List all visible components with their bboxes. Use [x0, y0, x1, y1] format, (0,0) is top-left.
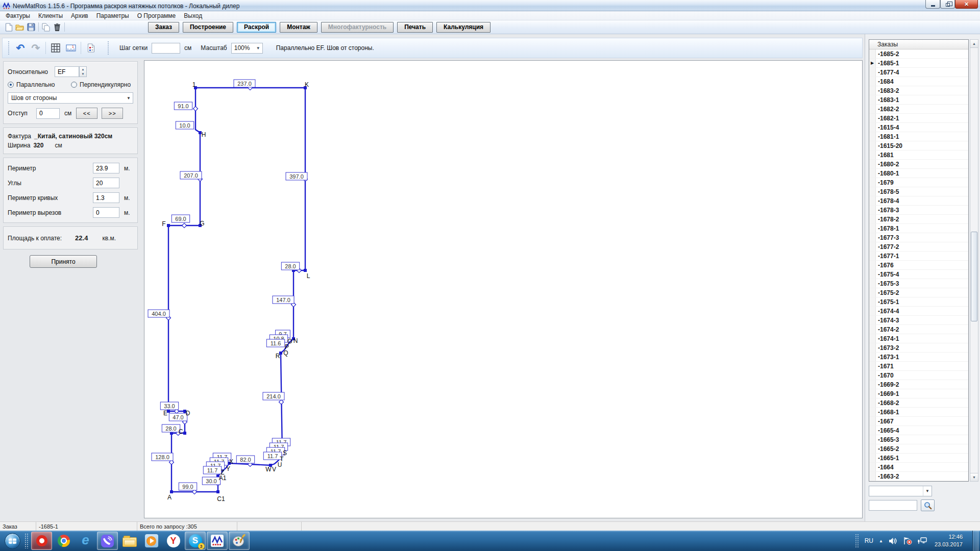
redo-button[interactable]: ↷ [28, 41, 43, 55]
order-row[interactable]: -1678-4 [869, 196, 968, 206]
nav-button-Калькуляция[interactable]: Калькуляция [436, 22, 491, 33]
relative-edge-input[interactable] [55, 66, 79, 77]
save-icon[interactable] [26, 21, 37, 33]
order-row[interactable]: -1677-3 [869, 233, 968, 242]
order-row[interactable]: -1683-1 [869, 95, 968, 105]
selected-row-marker[interactable]: ▶ [869, 59, 876, 67]
order-row[interactable]: -1684 [869, 77, 968, 86]
show-desktop-button[interactable] [972, 531, 979, 551]
order-row[interactable]: -1678-1 [869, 224, 968, 233]
order-search-input[interactable] [869, 500, 917, 511]
order-row[interactable]: -1668-1 [869, 408, 968, 417]
tray-expand-icon[interactable]: ▲ [879, 539, 883, 543]
nav-button-Многофактурность[interactable]: Многофактурность [321, 22, 394, 33]
nav-button-Раскрой[interactable]: Раскрой [237, 22, 276, 33]
scrollbar-thumb[interactable] [971, 232, 977, 321]
order-row[interactable]: -1668-2 [869, 398, 968, 408]
row-selector[interactable] [869, 187, 876, 196]
vertex-marker[interactable] [216, 490, 219, 493]
row-selector[interactable] [869, 206, 876, 214]
order-row[interactable]: -1677-4 [869, 68, 968, 77]
minimize-button[interactable] [925, 0, 940, 9]
language-indicator[interactable]: RU [865, 537, 873, 544]
taskbar-app-skype[interactable]: S3 [185, 532, 206, 550]
row-selector[interactable] [869, 325, 876, 334]
order-row[interactable]: -1682-2 [869, 105, 968, 114]
row-selector[interactable] [869, 123, 876, 132]
taskbar-app-media-player[interactable] [141, 532, 162, 550]
menu-item-Выход[interactable]: Выход [180, 12, 206, 20]
row-selector[interactable] [869, 371, 876, 380]
order-row[interactable]: -1663-2 [869, 472, 968, 481]
menu-item-Клиенты[interactable]: Клиенты [34, 12, 67, 20]
order-row[interactable]: -1667 [869, 417, 968, 426]
order-row[interactable]: -1673-1 [869, 353, 968, 362]
taskbar-app-newmatros[interactable] [207, 532, 228, 550]
taskbar-app-opera[interactable] [31, 532, 52, 550]
maximize-button[interactable] [940, 0, 955, 9]
row-selector[interactable] [869, 151, 876, 159]
row-selector[interactable] [869, 95, 876, 104]
order-row[interactable]: -1664 [869, 463, 968, 472]
row-selector[interactable] [869, 343, 876, 352]
row-selector[interactable] [869, 297, 876, 306]
row-selector[interactable] [869, 362, 876, 370]
order-row[interactable]: ▶-1685-1 [869, 59, 968, 68]
row-selector[interactable] [869, 169, 876, 178]
row-selector[interactable] [869, 261, 876, 269]
orders-list[interactable]: Заказы -1685-2▶-1685-1-1677-4-1684-1683-… [869, 39, 969, 482]
row-selector[interactable] [869, 279, 876, 288]
order-row[interactable]: -1665-1 [869, 454, 968, 463]
copy-icon[interactable] [40, 21, 52, 33]
orders-filter-select[interactable]: ▼ [869, 486, 932, 496]
taskbar-app-yandex[interactable]: Y [163, 532, 184, 550]
vertex-marker[interactable] [170, 490, 173, 493]
taskbar-app-chrome[interactable] [53, 532, 74, 550]
row-selector[interactable] [869, 398, 876, 407]
row-selector[interactable] [869, 215, 876, 223]
menu-item-Фактуры[interactable]: Фактуры [2, 12, 34, 20]
action-center-icon[interactable] [903, 537, 912, 545]
perimeter-input[interactable] [93, 163, 119, 173]
delete-icon[interactable] [52, 21, 63, 33]
order-row[interactable]: -1674-4 [869, 307, 968, 316]
row-selector[interactable] [869, 233, 876, 242]
order-row[interactable]: -1673-2 [869, 343, 968, 353]
taskbar-app-explorer[interactable] [119, 532, 140, 550]
seam-mode-select[interactable]: Шов от стороны ▼ [8, 92, 133, 104]
row-selector[interactable] [869, 316, 876, 324]
open-folder-icon[interactable] [14, 21, 26, 33]
order-row[interactable]: -1681 [869, 151, 968, 160]
row-selector[interactable] [869, 408, 876, 416]
row-selector[interactable] [869, 68, 876, 77]
order-row[interactable]: -1679 [869, 178, 968, 187]
row-selector[interactable] [869, 86, 876, 95]
order-row[interactable]: -1682-1 [869, 114, 968, 123]
menu-item-О Программе[interactable]: О Программе [133, 12, 180, 20]
scroll-down-icon[interactable]: ▼ [970, 473, 978, 481]
cutouts-perimeter-input[interactable] [93, 207, 119, 218]
row-selector[interactable] [869, 389, 876, 398]
close-button[interactable]: ✕ [955, 0, 978, 9]
row-selector[interactable] [869, 426, 876, 435]
row-selector[interactable] [869, 307, 876, 315]
order-row[interactable]: -1671 [869, 362, 968, 371]
order-row[interactable]: -1675-4 [869, 270, 968, 279]
row-selector[interactable] [869, 141, 876, 150]
scroll-up-icon[interactable]: ▲ [970, 40, 978, 48]
row-selector[interactable] [869, 353, 876, 361]
row-selector[interactable] [869, 242, 876, 251]
order-row[interactable]: -1675-3 [869, 279, 968, 288]
order-row[interactable]: -1678-5 [869, 187, 968, 196]
order-row[interactable]: -1680-1 [869, 169, 968, 178]
accept-button[interactable]: Принято [30, 255, 97, 268]
taskbar-app-viber[interactable] [97, 532, 118, 550]
row-selector[interactable] [869, 196, 876, 205]
row-selector[interactable] [869, 270, 876, 279]
order-row[interactable]: -1675-1 [869, 297, 968, 307]
corners-input[interactable] [93, 178, 119, 188]
order-row[interactable]: -1685-2 [869, 49, 968, 59]
row-selector[interactable] [869, 435, 876, 444]
orders-scrollbar[interactable]: ▲ ▼ [970, 39, 978, 482]
nav-button-Монтаж[interactable]: Монтаж [280, 22, 317, 33]
